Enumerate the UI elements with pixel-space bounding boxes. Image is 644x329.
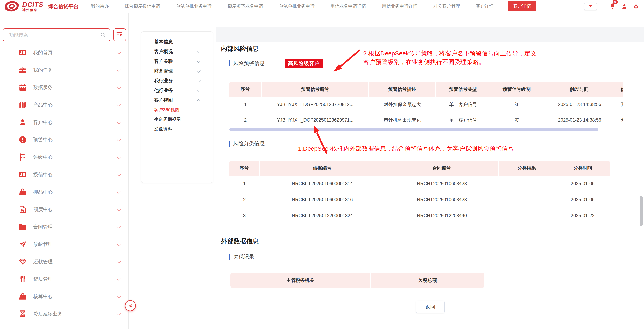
cell-signal-level: 红 (490, 101, 543, 108)
back-button[interactable]: 返回 (416, 301, 445, 313)
sidebar-item[interactable]: 评级中心 (0, 148, 128, 166)
sidebar-item[interactable]: 预警中心 (0, 131, 128, 148)
topbar-right-cluster: 0 (584, 0, 639, 13)
sidebar-item[interactable]: 贷后管理 (0, 270, 128, 288)
nav-tab[interactable]: 客户详情 (476, 3, 494, 9)
column-header: 触发时间 (543, 82, 616, 97)
alert-icon (18, 136, 30, 144)
bag-icon (18, 292, 30, 301)
submenu-item[interactable]: 基本信息 (141, 37, 213, 46)
high-risk-customer-badge: 高风险级客户 (285, 58, 323, 68)
column-header: 分类结果 (498, 161, 555, 176)
user-icon (18, 118, 30, 126)
sidebar-item-label: 我的首页 (33, 49, 53, 56)
nav-tab[interactable]: 单笔单批业务申请 (176, 3, 212, 9)
sidebar-item[interactable]: 合同管理 (0, 218, 128, 236)
cell-signal-desc: 对外担保金额过大 (369, 101, 436, 108)
column-header: 借据编号 (260, 161, 385, 176)
function-search-input[interactable] (3, 29, 110, 41)
submenu-item-label: 基本信息 (154, 39, 173, 45)
sidebar-item[interactable]: 押品中心 (0, 183, 128, 201)
column-header: 预警信号级别 (490, 82, 543, 97)
nav-tab[interactable]: 综合额度授信申请 (124, 3, 160, 9)
sidebar-item[interactable]: 还款管理 (0, 253, 128, 270)
sidebar-item-label: 押品中心 (33, 189, 53, 195)
cell-seq: 3 (229, 213, 260, 218)
chevron-down-icon (117, 85, 121, 89)
vertical-scrollbar[interactable] (640, 196, 642, 226)
caret-down-icon (589, 5, 592, 7)
risk-warning-table: 序号预警信号编号预警信号描述预警信号类型预警信号级别触发时间信 1 YJBHYJ… (229, 82, 623, 128)
chevron-icon (196, 59, 200, 63)
submenu-item[interactable]: 客户360视图 (141, 105, 213, 115)
chevron-down-icon (117, 277, 121, 281)
sidebar-item[interactable]: 放款管理 (0, 236, 128, 253)
nav-tab[interactable]: 用信业务申请详情 (382, 3, 418, 9)
idcard-icon (18, 170, 30, 179)
submenu-item-label: 客户360视图 (154, 107, 180, 113)
sidebar-item-label: 授信中心 (33, 171, 53, 178)
sidebar-item-label: 放款管理 (33, 241, 53, 247)
sidebar-item[interactable]: 贷后延续业务 (0, 305, 128, 323)
cell-clipped: 无 (616, 101, 623, 108)
nav-tab-active-customer-detail[interactable]: 客户详情 (508, 1, 536, 11)
submenu-item-label: 财务管理 (154, 68, 173, 74)
sidebar-item-label: 产品中心 (33, 102, 53, 108)
sidebar-item-label: 合同管理 (33, 224, 53, 230)
menu-collapse-button[interactable] (114, 28, 126, 41)
chevron-down-icon (117, 155, 121, 159)
chevron-icon (196, 88, 200, 92)
sidebar-menu: 我的首页 我的任务 数据服务 产品中心 (0, 44, 128, 323)
credit-platform-app: DCITS 神州信息 综合信贷平台 我的待办综合额度授信申请单笔单批业务申请额度… (0, 0, 644, 329)
dcits-swoosh-icon (4, 0, 20, 12)
top-navbar: DCITS 神州信息 综合信贷平台 我的待办综合额度授信申请单笔单批业务申请额度… (0, 0, 644, 13)
nav-tab[interactable]: 我的待办 (91, 3, 109, 9)
sidebar-item[interactable]: 核算中心 (0, 288, 128, 305)
gear-icon[interactable] (633, 4, 639, 9)
cell-seq: 1 (229, 102, 262, 107)
submenu-item[interactable]: 生命周期视图 (141, 115, 213, 124)
risk-warning-table-header: 序号预警信号编号预警信号描述预警信号类型预警信号级别触发时间信 (229, 82, 623, 97)
risk-class-section-header: 风险分类信息 (229, 140, 265, 147)
chevron-icon (196, 99, 200, 103)
sidebar-item[interactable]: 数据服务 (0, 79, 128, 96)
sidebar-collapse-button[interactable] (125, 300, 136, 311)
section-bar (229, 254, 230, 260)
submenu-item[interactable]: 客户概况 (141, 46, 213, 56)
submenu-item[interactable]: 我行业务 (141, 76, 213, 85)
horizontal-scrollbar[interactable] (229, 128, 598, 131)
sidebar-item[interactable]: 客户中心 (0, 114, 128, 131)
user-profile-icon[interactable] (622, 4, 627, 9)
cell-contract-no: NRCHT2025010603428 (385, 197, 498, 202)
top-nav-tabs: 我的待办综合额度授信申请单笔单批业务申请额度项下业务申请单笔单批业务申请用信业务… (91, 3, 494, 9)
annotation-arrow-icon (328, 48, 363, 83)
sidebar-item[interactable]: 我的任务 (0, 61, 128, 79)
submenu-item[interactable]: 财务管理 (141, 66, 213, 76)
tax-table-header: 主管税务机关欠税总额 (230, 273, 484, 288)
column-header: 信 (616, 82, 623, 97)
submenu-item-label: 客户概况 (154, 48, 173, 55)
submenu-item[interactable]: 客户视图 (141, 95, 213, 105)
submenu-item[interactable]: 客户关联 (141, 56, 213, 66)
nav-tab[interactable]: 额度项下业务申请 (228, 3, 263, 9)
annotation-note-2: 2.根据DeepSeek传导策略，将客户名下预警信号向上传导，定义 客户预警级别… (363, 49, 536, 66)
submenu-item[interactable]: 影像资料 (141, 124, 213, 134)
column-header: 合同编号 (385, 161, 498, 176)
sidebar-item[interactable]: 我的首页 (0, 44, 128, 61)
sidebar-item[interactable]: 产品中心 (0, 96, 128, 114)
section-bar (229, 140, 230, 147)
submenu-item[interactable]: 他行业务 (141, 85, 213, 95)
cell-signal-desc: 审计机构出现变化 (369, 117, 436, 123)
chevron-down-icon (117, 294, 121, 298)
sidebar-item-label: 数据服务 (33, 84, 53, 91)
nav-tab[interactable]: 用信业务申请详情 (330, 3, 366, 9)
customer-submenu-column: 基本信息 客户概况 客户关联 财务管理 (129, 13, 216, 329)
submenu-item-label: 生命周期视图 (154, 116, 181, 122)
sidebar-item[interactable]: 授信中心 (0, 166, 128, 183)
nav-tab[interactable]: 单笔单批业务申请 (279, 3, 314, 9)
notifications-button[interactable]: 0 (609, 3, 616, 10)
nav-tab[interactable]: 对公客户管理 (433, 3, 460, 9)
main-sidebar: 我的首页 我的任务 数据服务 产品中心 (0, 13, 129, 329)
window-dropdown-button[interactable] (584, 3, 597, 10)
sidebar-item[interactable]: 额度中心 (0, 201, 128, 218)
